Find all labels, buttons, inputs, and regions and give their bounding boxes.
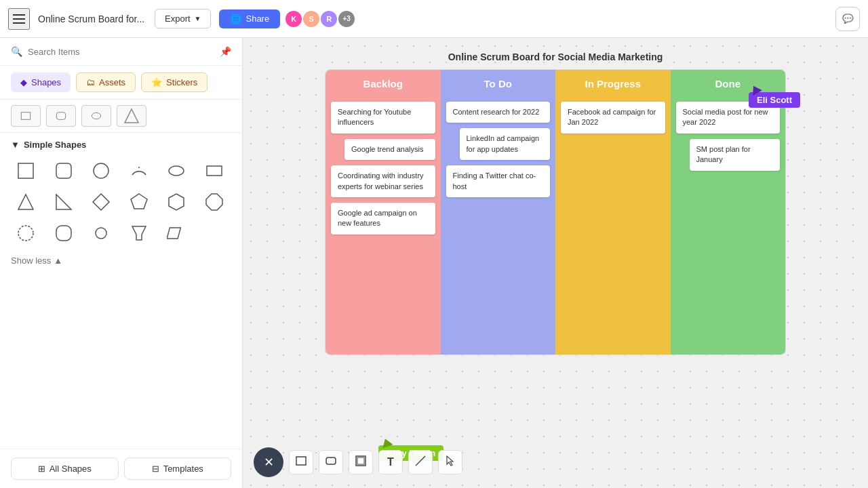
card-linkedin-ad[interactable]: LinkedIn ad campaign for app updates: [460, 128, 551, 160]
column-done: Done Social media post for new year 2022…: [671, 70, 786, 354]
tab-bar: ◆ Shapes 🗂 Assets ⭐ Stickers: [0, 66, 242, 100]
card-coordinating-webinar[interactable]: Coordinating with industry experts for w…: [331, 165, 435, 197]
svg-marker-18: [132, 226, 146, 240]
shapes-grid: [0, 154, 242, 250]
shape-small-circle[interactable]: [86, 220, 116, 246]
shape-rounded-square[interactable]: [49, 158, 79, 184]
text-tool-icon: T: [387, 456, 394, 468]
show-less-button[interactable]: Show less ▲: [0, 250, 242, 271]
rounded-rect-tool-icon: [325, 455, 337, 470]
shape-squircle[interactable]: [49, 220, 79, 246]
shape-funnel[interactable]: [124, 220, 154, 246]
column-in-progress: In Progress Facebook ad campaign for Jan…: [555, 70, 671, 354]
simple-shapes-section: ▼ Simple Shapes: [0, 133, 242, 154]
sidebar-footer: ⊞ All Shapes ⊟ Templates: [0, 449, 242, 488]
board-title-text: Online Scrum Board for Social Media Mark…: [325, 52, 786, 62]
tab-assets[interactable]: 🗂 Assets: [76, 73, 136, 92]
chat-icon: 💬: [842, 14, 854, 24]
card-google-trend[interactable]: Google trend analysis: [344, 139, 435, 160]
svg-point-2: [92, 113, 100, 119]
all-shapes-button[interactable]: ⊞ All Shapes: [11, 458, 119, 480]
shape-right-triangle[interactable]: [49, 189, 79, 215]
shape-diamond[interactable]: [86, 189, 116, 215]
card-twitter-chat[interactable]: Finding a Twitter chat co-host: [446, 165, 551, 197]
column-header-progress: In Progress: [555, 70, 671, 98]
search-bar: 🔍 📌: [0, 38, 242, 66]
close-icon: ✕: [264, 455, 274, 470]
shape-quick-2[interactable]: [46, 105, 76, 127]
card-searching-youtube[interactable]: Searching for Youtube influencers: [331, 102, 435, 134]
share-button[interactable]: 🌐 Share: [219, 9, 280, 28]
pointer-tool-button[interactable]: [438, 450, 462, 474]
shape-pentagon[interactable]: [124, 189, 154, 215]
svg-line-24: [416, 456, 425, 466]
tab-shapes[interactable]: ◆ Shapes: [11, 73, 71, 92]
card-facebook-campaign[interactable]: Facebook ad campaign for Jan 2022: [561, 102, 665, 134]
card-sm-post-plan[interactable]: SM post plan for January: [690, 139, 781, 171]
menu-button[interactable]: [8, 8, 30, 30]
rectangle-tool-icon: [295, 455, 307, 470]
svg-point-7: [169, 166, 184, 176]
collaborator-avatars: K S R +3: [288, 9, 356, 28]
column-body-progress: Facebook ad campaign for Jan 2022: [555, 98, 671, 138]
column-todo: To Do Content research for 2022 LinkedIn…: [441, 70, 556, 354]
shapes-quick-row: [0, 100, 242, 133]
shape-quick-1[interactable]: [11, 105, 41, 127]
svg-marker-19: [167, 228, 180, 239]
sidebar: 🔍 📌 ◆ Shapes 🗂 Assets ⭐ Stickers: [0, 38, 243, 488]
svg-marker-13: [169, 194, 184, 210]
rounded-rect-tool-button[interactable]: [319, 450, 343, 474]
svg-rect-23: [357, 458, 364, 464]
avatar-more: +3: [337, 9, 356, 28]
search-input[interactable]: [28, 47, 214, 57]
search-icon: 🔍: [11, 46, 22, 57]
shape-ellipse[interactable]: [161, 158, 191, 184]
column-body-todo: Content research for 2022 LinkedIn ad ca…: [441, 98, 556, 201]
shape-quick-4[interactable]: [117, 105, 146, 127]
avatar-2: S: [302, 9, 321, 28]
shape-arc[interactable]: [124, 158, 154, 184]
board-title: Online Scrum Board for...: [38, 14, 146, 24]
frame-tool-icon: [355, 455, 367, 470]
svg-rect-21: [326, 458, 336, 464]
card-content-research[interactable]: Content research for 2022: [446, 102, 551, 123]
shape-triangle[interactable]: [11, 189, 41, 215]
tab-stickers[interactable]: ⭐ Stickers: [141, 73, 208, 92]
shape-hexagon[interactable]: [161, 189, 191, 215]
topbar: Online Scrum Board for... Export ▼ 🌐 Sha…: [0, 0, 868, 38]
svg-marker-3: [125, 109, 138, 123]
svg-rect-20: [296, 457, 306, 465]
chat-button[interactable]: 💬: [835, 7, 860, 31]
column-body-done: Social media post for new year 2022 SM p…: [671, 98, 786, 175]
export-button[interactable]: Export ▼: [155, 9, 211, 28]
frame-tool-button[interactable]: [349, 450, 373, 474]
rectangle-tool-button[interactable]: [289, 450, 313, 474]
shape-square[interactable]: [11, 158, 41, 184]
svg-rect-0: [21, 113, 30, 120]
svg-point-17: [96, 228, 106, 239]
assets-icon: 🗂: [86, 77, 95, 87]
templates-icon: ⊟: [152, 464, 159, 474]
svg-rect-16: [56, 226, 71, 241]
card-google-ad[interactable]: Google ad campaign on new features: [331, 203, 435, 235]
text-tool-button[interactable]: T: [378, 450, 403, 474]
board-columns: Backlog Searching for Youtube influencer…: [325, 69, 786, 355]
shape-rect-outline[interactable]: [199, 158, 229, 184]
pin-icon[interactable]: 📌: [220, 46, 231, 57]
canvas-area[interactable]: Online Scrum Board for Social Media Mark…: [243, 38, 868, 488]
shape-octagon[interactable]: [199, 189, 229, 215]
line-tool-button[interactable]: [408, 450, 433, 474]
svg-marker-10: [56, 195, 71, 209]
shape-circle[interactable]: [86, 158, 116, 184]
svg-marker-9: [18, 195, 33, 209]
templates-button[interactable]: ⊟ Templates: [124, 458, 232, 480]
shape-rounded-circle[interactable]: [11, 220, 41, 246]
column-body-backlog: Searching for Youtube influencers Google…: [326, 98, 441, 239]
chevron-down-icon: ▼: [11, 140, 20, 150]
column-header-todo: To Do: [441, 70, 556, 98]
shape-parallelogram[interactable]: [161, 220, 191, 246]
column-backlog: Backlog Searching for Youtube influencer…: [326, 70, 441, 354]
close-tool-button[interactable]: ✕: [254, 447, 283, 477]
export-arrow-icon: ▼: [195, 15, 201, 22]
shape-quick-3[interactable]: [81, 105, 111, 127]
